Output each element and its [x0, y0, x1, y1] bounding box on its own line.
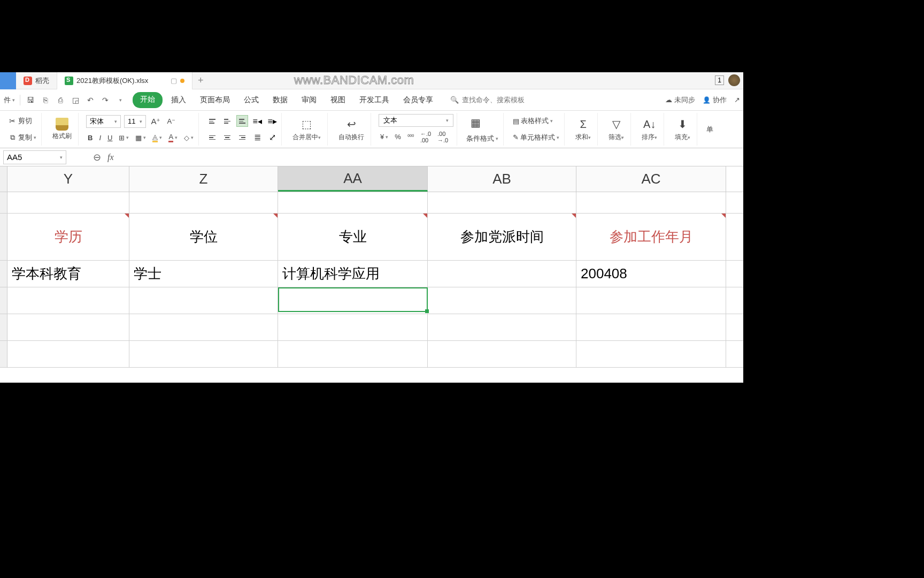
new-tab-button[interactable]: +	[192, 75, 209, 86]
filter-button[interactable]: ▽筛选▾	[605, 116, 627, 143]
cell[interactable]	[576, 314, 726, 340]
fill-color-button[interactable]: ◬▾	[151, 132, 164, 143]
orientation-button[interactable]: ⤢	[266, 132, 278, 143]
row-header[interactable]	[0, 192, 7, 213]
cell[interactable]	[129, 341, 278, 367]
tab-data[interactable]: 数据	[267, 92, 293, 108]
col-header-AA[interactable]: AA	[278, 166, 428, 192]
table-style-button[interactable]: ▤ 表格样式▾	[511, 115, 561, 127]
docer-tab[interactable]: 稻壳	[16, 72, 57, 89]
cell[interactable]: 学历	[7, 214, 129, 260]
cell[interactable]	[576, 192, 726, 213]
sum-button[interactable]: Σ求和▾	[572, 116, 594, 143]
clear-format-button[interactable]: ◇▾	[182, 133, 195, 143]
tab-dev[interactable]: 开发工具	[354, 92, 395, 108]
row-header[interactable]	[0, 287, 7, 314]
increase-font-button[interactable]: A⁺	[149, 116, 162, 127]
save-as-button[interactable]: ⎘	[38, 93, 52, 107]
cell[interactable]	[278, 287, 428, 314]
tab-view[interactable]: 视图	[325, 92, 351, 108]
align-left-button[interactable]	[206, 132, 218, 143]
tab-review[interactable]: 审阅	[296, 92, 322, 108]
number-format-select[interactable]: 文本▾	[379, 114, 453, 127]
single-button[interactable]: 单	[705, 124, 715, 135]
col-header-AC[interactable]: AC	[576, 166, 726, 192]
sync-status-button[interactable]: 未同步	[665, 95, 695, 105]
sort-button[interactable]: A↓排序▾	[638, 116, 660, 143]
decrease-font-button[interactable]: A⁻	[165, 116, 177, 126]
cell[interactable]: 专业	[278, 214, 428, 260]
cell[interactable]: 200408	[576, 261, 726, 287]
cond-format-button[interactable]: ▦	[465, 114, 500, 131]
bold-button[interactable]: B	[86, 133, 94, 143]
cell[interactable]: 学士	[129, 261, 278, 287]
cell[interactable]: 参加党派时间	[428, 214, 576, 260]
borders-button[interactable]: ⊞▾	[117, 133, 130, 143]
tab-layout[interactable]: 页面布局	[195, 92, 235, 108]
cell[interactable]	[278, 192, 428, 213]
print-button[interactable]: ⎙	[53, 93, 67, 107]
presentation-mode-icon[interactable]: ▢	[171, 77, 177, 85]
name-box-dropdown-icon[interactable]: ▾	[60, 155, 63, 160]
cond-format-label[interactable]: 条件格式▾	[465, 133, 500, 144]
redo-button[interactable]: ↷	[98, 93, 112, 107]
tab-insert[interactable]: 插入	[166, 92, 191, 108]
cell[interactable]	[278, 314, 428, 340]
select-all-corner[interactable]	[0, 166, 7, 192]
cell[interactable]	[428, 261, 576, 287]
col-header-Z[interactable]: Z	[129, 166, 278, 192]
underline-button[interactable]: U	[106, 133, 114, 143]
print-preview-button[interactable]: ◲	[68, 93, 82, 107]
cell[interactable]	[7, 314, 129, 340]
row-header[interactable]	[0, 341, 7, 367]
cell[interactable]: 参加工作年月	[576, 214, 726, 260]
save-button[interactable]: 🖫	[24, 93, 37, 107]
align-top-button[interactable]	[206, 115, 218, 127]
cell[interactable]: 学位	[129, 214, 278, 260]
font-name-select[interactable]: 宋体▾	[86, 115, 121, 128]
file-menu-button[interactable]: 件▾	[2, 94, 17, 106]
cell[interactable]	[7, 341, 129, 367]
cell[interactable]	[129, 192, 278, 213]
tab-member[interactable]: 会员专享	[398, 92, 438, 108]
file-tab[interactable]: 2021教师模板(OK).xlsx ▢	[57, 72, 192, 89]
col-header-Y[interactable]: Y	[7, 166, 129, 192]
undo-button[interactable]: ↶	[83, 93, 97, 107]
formula-input[interactable]	[114, 150, 743, 164]
currency-button[interactable]: ¥▾	[379, 132, 390, 142]
spreadsheet-grid[interactable]: Y Z AA AB AC 学历 学位 专业 参加党派时间 参加工作年月	[0, 166, 743, 383]
user-avatar[interactable]	[728, 74, 740, 86]
fill-button[interactable]: ⬇填充▾	[672, 116, 694, 143]
share-button[interactable]	[734, 96, 740, 104]
window-count-badge[interactable]: 1	[715, 75, 724, 85]
copy-button[interactable]: ⧉复制▾	[6, 132, 38, 143]
cell[interactable]	[428, 314, 576, 340]
col-header-AB[interactable]: AB	[428, 166, 576, 192]
collaborate-button[interactable]: 协作	[703, 95, 727, 105]
search-input[interactable]	[462, 96, 537, 104]
align-center-button[interactable]	[221, 132, 233, 143]
align-middle-button[interactable]	[221, 115, 233, 127]
cell[interactable]: 学本科教育	[7, 261, 129, 287]
zoom-out-icon[interactable]	[93, 151, 101, 163]
name-box[interactable]: AA5 ▾	[3, 150, 66, 164]
cell[interactable]	[278, 341, 428, 367]
app-home-tab[interactable]	[0, 72, 16, 89]
qat-customize-button[interactable]: ▾	[113, 93, 127, 107]
italic-button[interactable]: I	[97, 133, 103, 143]
align-bottom-button[interactable]	[236, 115, 248, 127]
row-header[interactable]	[0, 214, 7, 260]
row-header[interactable]	[0, 261, 7, 287]
percent-button[interactable]: %	[393, 132, 403, 142]
cell[interactable]	[129, 287, 278, 314]
format-painter-button[interactable]: 格式刷	[49, 117, 75, 142]
cell[interactable]	[7, 287, 129, 314]
font-size-select[interactable]: 11▾	[124, 115, 146, 128]
fx-icon[interactable]: fx	[107, 153, 114, 162]
increase-indent-button[interactable]: ≡▸	[266, 115, 278, 127]
command-search[interactable]	[450, 96, 537, 104]
cell[interactable]	[428, 287, 576, 314]
cell[interactable]	[428, 341, 576, 367]
cell[interactable]	[428, 192, 576, 213]
tab-formula[interactable]: 公式	[238, 92, 264, 108]
